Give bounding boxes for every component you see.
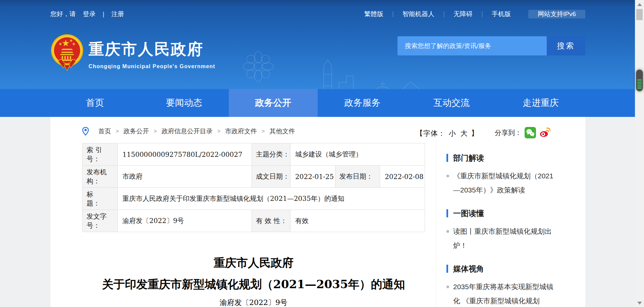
issuing-agency-label: 发布机构： (83, 166, 118, 188)
validity-value: 有效 (290, 210, 425, 232)
index-number-value: 11500000009275780L/2022-00027 (118, 143, 252, 166)
sidebar-link-infographic[interactable]: 读图丨重庆市新型城镇化规划出炉！ (446, 224, 558, 253)
mobile-version-link[interactable]: 手机版 (482, 10, 520, 18)
sidebar-link-text: 《重庆市新型城镇化规划（2021—2035年）》政策解读 (453, 172, 553, 194)
breadcrumb-separator: > (154, 128, 157, 134)
breadcrumb-home[interactable]: 首页 (98, 127, 111, 136)
document-number: 渝府发〔2022〕9号 (82, 298, 425, 307)
table-row: 发文字号： 渝府发〔2022〕9号 有 效 性： 有效 (83, 210, 425, 232)
search-button[interactable]: 搜索 (547, 36, 585, 55)
site-subtitle: Chongqing Municipal People's Government (89, 63, 215, 70)
content-area: 首页 > 政务公开 > 政府信息公开目录 > 市政府文件 > 其他文件 【字体：… (0, 117, 644, 307)
breadcrumb-info-catalog[interactable]: 政府信息公开目录 (162, 127, 213, 136)
register-link[interactable]: 注册 (111, 10, 124, 18)
doc-number-value: 渝府发〔2022〕9号 (118, 210, 252, 232)
breadcrumb-row: 首页 > 政务公开 > 政府信息公开目录 > 市政府文件 > 其他文件 【字体：… (50, 127, 585, 140)
breadcrumb: 首页 > 政务公开 > 政府信息公开目录 > 市政府文件 > 其他文件 (82, 127, 295, 136)
greeting-text: 您好，请 (50, 10, 76, 18)
nav-item-interaction[interactable]: 互动交流 (407, 89, 496, 117)
page: 您好，请 登录 | 注册 繁體版 智能机器人 无障碍 手机版 网站支持IPv6 (0, 0, 644, 307)
written-date-value: 2022-01-25 (290, 166, 335, 188)
breadcrumb-separator: > (217, 128, 220, 134)
document-title-block: 重庆市人民政府 关于印发重庆市新型城镇化规划（2021—2035年）的通知 渝府… (82, 255, 425, 307)
header-main: 重庆市人民政府 Chongqing Municipal People's Gov… (0, 26, 644, 89)
document-issuer-title: 重庆市人民政府 (82, 255, 425, 270)
national-emblem-logo[interactable] (50, 33, 84, 71)
site-header: 您好，请 登录 | 注册 繁體版 智能机器人 无障碍 手机版 网站支持IPv6 (0, 0, 644, 89)
font-widget-prefix: 【字体： (416, 129, 445, 137)
sidebar-section-dept-interpretation: 部门解读 《重庆市新型城镇化规划（2021—2035年）》政策解读 (446, 153, 580, 197)
ipv6-support-badge[interactable]: 网站支持IPv6 (528, 10, 585, 18)
section-accent-bar (446, 265, 448, 273)
site-title: 重庆市人民政府 (89, 39, 215, 60)
site-identity[interactable]: 重庆市人民政府 Chongqing Municipal People's Gov… (89, 39, 215, 70)
section-header: 媒体视角 (446, 264, 580, 274)
weibo-share-icon[interactable] (539, 127, 550, 138)
search-bar: 搜索 (397, 36, 585, 55)
main-nav: 首页 要闻动态 政务公开 政务服务 互动交流 走进重庆 (0, 89, 644, 117)
related-sidebar: 部门解读 《重庆市新型城镇化规划（2021—2035年）》政策解读 一图读懂 读… (436, 140, 580, 307)
document-main-title: 关于印发重庆市新型城镇化规划（2021—2035年）的通知 (82, 277, 425, 292)
table-row: 标 题： 重庆市人民政府关于印发重庆市新型城镇化规划（2021—2035年）的通… (83, 188, 425, 210)
sidebar-link-media-article[interactable]: 2035年重庆将基本实现新型城镇化 《重庆市新型城镇化规划（2021—2035年… (446, 280, 558, 307)
sidebar-link-text: 2035年重庆将基本实现新型城镇化 《重庆市新型城镇化规划（2021—2035年… (453, 283, 553, 307)
font-small-button[interactable]: 小 (449, 129, 456, 137)
share-widget: 分享到： (495, 127, 550, 138)
publish-date-label: 发布日期： (335, 166, 380, 188)
login-register-divider: | (103, 10, 104, 18)
validity-label: 有 效 性： (252, 210, 290, 232)
font-large-button[interactable]: 大 (461, 129, 468, 137)
scroll-capture-indicator (636, 70, 643, 91)
bullet-dot-icon (446, 286, 449, 288)
location-pin-icon (82, 127, 89, 136)
topbar: 您好，请 登录 | 注册 繁體版 智能机器人 无障碍 手机版 网站支持IPv6 (0, 0, 644, 26)
traditional-chinese-link[interactable]: 繁體版 (355, 10, 393, 18)
section-accent-bar (446, 209, 448, 217)
breadcrumb-city-docs[interactable]: 市政府文件 (225, 127, 257, 136)
topic-category-value: 城乡建设（城乡管理） (290, 143, 425, 166)
index-number-label: 索 引 号： (83, 143, 118, 166)
bullet-dot-icon (446, 230, 449, 233)
smart-robot-link[interactable]: 智能机器人 (393, 10, 444, 18)
share-label: 分享到： (495, 128, 522, 137)
login-link[interactable]: 登录 (83, 10, 96, 18)
breadcrumb-separator: > (116, 128, 119, 134)
font-size-widget: 【字体： 小 大 】 (416, 129, 479, 138)
nav-item-home[interactable]: 首页 (50, 89, 140, 117)
scrollbar-down-arrow[interactable] (637, 302, 642, 305)
scrollbar-thumb[interactable] (636, 9, 643, 20)
doc-number-label: 发文字号： (83, 210, 118, 232)
scroll-capture-stripes (637, 79, 642, 90)
nav-item-gov-open[interactable]: 政务公开 (229, 89, 318, 117)
breadcrumb-other-docs[interactable]: 其他文件 (269, 127, 295, 136)
content-card: 首页 > 政务公开 > 政府信息公开目录 > 市政府文件 > 其他文件 【字体：… (50, 117, 585, 307)
nav-item-about-chongqing[interactable]: 走进重庆 (496, 89, 585, 117)
nav-item-news[interactable]: 要闻动态 (140, 89, 229, 117)
accessibility-link[interactable]: 无障碍 (444, 10, 482, 18)
bullet-dot-icon (446, 175, 449, 177)
section-accent-bar (446, 154, 448, 162)
scrollbar-up-arrow[interactable] (637, 3, 642, 6)
sidebar-section-media-view: 媒体视角 2035年重庆将基本实现新型城镇化 《重庆市新型城镇化规划（2021—… (446, 264, 580, 307)
document-info-table: 索 引 号： 11500000009275780L/2022-00027 主题分… (82, 143, 425, 232)
section-title: 媒体视角 (453, 264, 484, 274)
vertical-scrollbar[interactable] (635, 0, 644, 307)
table-row: 索 引 号： 11500000009275780L/2022-00027 主题分… (83, 143, 425, 166)
section-header: 部门解读 (446, 153, 580, 163)
sidebar-section-infographic: 一图读懂 读图丨重庆市新型城镇化规划出炉！ (446, 208, 580, 253)
topic-category-label: 主题分类： (252, 143, 290, 166)
section-title: 一图读懂 (453, 208, 484, 219)
breadcrumb-gov-open[interactable]: 政务公开 (123, 127, 149, 136)
wechat-share-icon[interactable] (525, 127, 536, 138)
written-date-label: 成文日期： (252, 166, 290, 188)
doc-title-value: 重庆市人民政府关于印发重庆市新型城镇化规划（2021—2035年）的通知 (118, 188, 425, 210)
search-input[interactable] (397, 36, 547, 55)
section-header: 一图读懂 (446, 208, 580, 218)
sidebar-link-text: 读图丨重庆市新型城镇化规划出炉！ (453, 227, 552, 249)
nav-item-gov-services[interactable]: 政务服务 (318, 89, 407, 117)
section-title: 部门解读 (453, 153, 484, 163)
sidebar-link-policy-interpretation[interactable]: 《重庆市新型城镇化规划（2021—2035年）》政策解读 (446, 169, 558, 197)
breadcrumb-separator: > (262, 128, 265, 134)
font-widget-suffix: 】 (471, 129, 479, 137)
table-row: 发布机构： 市政府 成文日期： 2022-01-25 发布日期： 2022-02… (83, 166, 425, 188)
